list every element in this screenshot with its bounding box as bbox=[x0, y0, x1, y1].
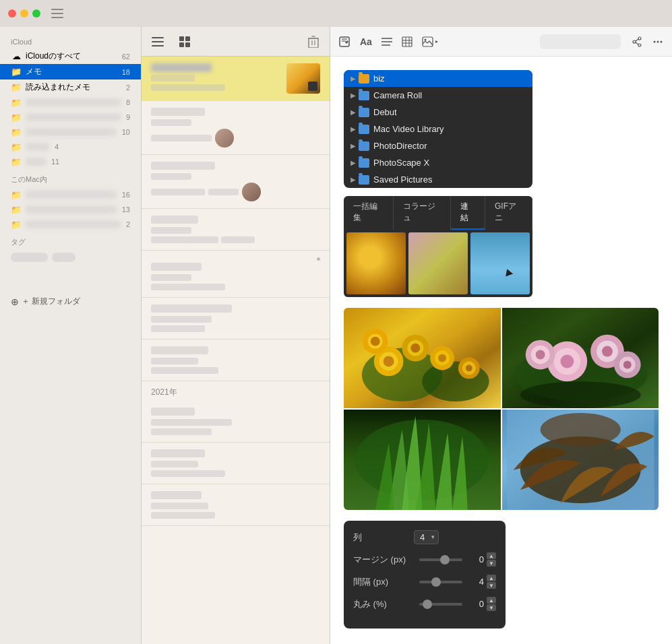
folder-icon-biz bbox=[359, 74, 369, 84]
note-meta-6 bbox=[151, 316, 212, 323]
folder-picker-item-biz[interactable]: ▶ biz bbox=[344, 70, 532, 87]
close-button[interactable] bbox=[8, 9, 16, 18]
grass-svg bbox=[344, 410, 501, 510]
margin-stepper-down[interactable]: ▼ bbox=[487, 560, 496, 567]
settings-row-round: 丸み (%) 0 ▲ ▼ bbox=[353, 597, 496, 611]
sidebar-blurred-item-3[interactable]: 📁 10 bbox=[0, 125, 141, 139]
minimize-button[interactable] bbox=[20, 9, 28, 18]
tags-row bbox=[0, 250, 141, 265]
round-stepper[interactable]: ▲ ▼ bbox=[487, 597, 496, 611]
note-meta-4 bbox=[151, 227, 191, 234]
sidebar-item-memo[interactable]: 📁 メモ 18 bbox=[0, 64, 141, 79]
folder-picker-item-mac-video[interactable]: ▶ Mac Video Library bbox=[344, 121, 532, 137]
folder-icon-blurred-4: 📁 bbox=[11, 141, 22, 152]
fullscreen-button[interactable] bbox=[32, 9, 40, 18]
note-item-2[interactable] bbox=[142, 101, 330, 155]
note-title-3 bbox=[151, 162, 215, 170]
sidebar-item-icloud-all[interactable]: ☁ iCloudのすべて 62 bbox=[0, 49, 141, 64]
gap-stepper-up[interactable]: ▲ bbox=[487, 575, 496, 581]
svg-point-26 bbox=[638, 37, 641, 40]
note-item-5[interactable] bbox=[142, 251, 330, 298]
svg-point-46 bbox=[466, 364, 472, 371]
sidebar-blurred-item-2[interactable]: 📁 9 bbox=[0, 110, 141, 125]
compose-button[interactable] bbox=[338, 36, 350, 48]
folder-picker-item-saved-pictures[interactable]: ▶ Saved Pictures bbox=[344, 171, 532, 188]
trash-button[interactable] bbox=[304, 32, 323, 51]
note-dot-5 bbox=[317, 257, 320, 261]
blurred-count-5: 11 bbox=[51, 158, 59, 166]
photo-thumb-3[interactable] bbox=[470, 232, 530, 294]
note-title-6 bbox=[151, 304, 232, 313]
margin-slider[interactable] bbox=[419, 558, 462, 561]
note-preview-6 bbox=[151, 325, 205, 332]
toggle-bar-3 bbox=[51, 17, 63, 18]
sidebar-mac-item-1[interactable]: 📁 16 bbox=[0, 187, 141, 202]
round-stepper-down[interactable]: ▼ bbox=[487, 604, 496, 611]
note-item-3[interactable] bbox=[142, 155, 330, 209]
grid-view-button[interactable] bbox=[175, 32, 194, 51]
gap-slider[interactable] bbox=[419, 581, 462, 583]
note-title-2021-2 bbox=[151, 449, 205, 457]
tab-connect[interactable]: 連結 bbox=[451, 196, 485, 230]
note-item-2021-1[interactable] bbox=[142, 401, 330, 443]
note-item-7[interactable] bbox=[142, 340, 330, 381]
note-item-6[interactable] bbox=[142, 298, 330, 340]
folder-picker-item-debut[interactable]: ▶ Debut bbox=[344, 104, 532, 121]
col-select-arrow: ▼ bbox=[430, 534, 435, 540]
chevron-saved-pictures: ▶ bbox=[350, 176, 356, 183]
note-item-1[interactable] bbox=[142, 57, 330, 101]
folder-icon-blurred-5: 📁 bbox=[11, 156, 22, 167]
svg-point-62 bbox=[623, 360, 631, 368]
new-folder-button[interactable]: ⊕ ＋ 新規フォルダ bbox=[0, 292, 141, 311]
tab-collage[interactable]: コラージュ bbox=[394, 196, 451, 230]
font-button[interactable]: Aa bbox=[360, 36, 372, 47]
round-slider[interactable] bbox=[419, 603, 462, 606]
note-item-2021-3[interactable] bbox=[142, 484, 330, 526]
mac-count-2: 13 bbox=[122, 205, 130, 214]
round-stepper-up[interactable]: ▲ bbox=[487, 597, 496, 604]
svg-point-53 bbox=[560, 355, 574, 368]
media-button[interactable] bbox=[422, 36, 439, 47]
folder-icon-blurred-3: 📁 bbox=[11, 127, 22, 137]
photo-thumb-2[interactable] bbox=[408, 232, 468, 294]
search-bar[interactable] bbox=[540, 34, 621, 49]
list-view-button[interactable] bbox=[148, 32, 167, 51]
gap-value-box: 4 ▲ ▼ bbox=[468, 575, 496, 589]
tag-pill-1[interactable] bbox=[11, 253, 48, 262]
sidebar-blurred-item-4[interactable]: 📁 4 bbox=[0, 139, 141, 154]
tab-gif[interactable]: GIFアニ bbox=[485, 196, 532, 230]
margin-stepper-up[interactable]: ▲ bbox=[487, 552, 496, 559]
gap-stepper-down[interactable]: ▼ bbox=[487, 582, 496, 589]
folder-icon-blurred-2: 📁 bbox=[11, 112, 22, 123]
note-preview-2021-1 bbox=[151, 428, 212, 435]
folder-picker-item-photodirector[interactable]: ▶ PhotoDirector bbox=[344, 137, 532, 154]
sidebar-blurred-item-1[interactable]: 📁 8 bbox=[0, 95, 141, 110]
note-title-1 bbox=[151, 63, 212, 72]
more-button[interactable] bbox=[652, 36, 664, 48]
sidebar-toggle-button[interactable] bbox=[51, 9, 63, 18]
note-item-4[interactable] bbox=[142, 209, 330, 251]
folder-label-biz: biz bbox=[373, 73, 385, 84]
photo-thumb-1[interactable] bbox=[346, 232, 406, 294]
blurred-count-1: 8 bbox=[126, 98, 130, 106]
gap-stepper[interactable]: ▲ ▼ bbox=[487, 575, 496, 589]
note-item-2021-2[interactable] bbox=[142, 443, 330, 484]
sidebar-mac-item-2[interactable]: 📁 13 bbox=[0, 202, 141, 217]
table-button[interactable] bbox=[402, 36, 413, 47]
col-select[interactable]: 4 ▼ bbox=[414, 530, 439, 544]
svg-point-40 bbox=[410, 344, 420, 353]
share-button[interactable] bbox=[630, 36, 642, 48]
tag-pill-2[interactable] bbox=[52, 253, 75, 262]
tab-batch-edit[interactable]: 一括編集 bbox=[344, 196, 394, 230]
sidebar-section-tags: タグ bbox=[0, 232, 141, 250]
note-preview-2021-3 bbox=[151, 512, 215, 519]
svg-point-25 bbox=[633, 40, 636, 43]
sidebar-item-imported[interactable]: 📁 読み込まれたメモ 2 bbox=[0, 79, 141, 95]
margin-stepper[interactable]: ▲ ▼ bbox=[487, 552, 496, 567]
folder-picker-item-photoscape[interactable]: ▶ PhotoScape X bbox=[344, 154, 532, 171]
sidebar-mac-item-3[interactable]: 📁 2 bbox=[0, 217, 141, 232]
note-meta-2021-2 bbox=[151, 461, 198, 468]
list-format-button[interactable] bbox=[381, 37, 392, 46]
sidebar-blurred-item-5[interactable]: 📁 11 bbox=[0, 154, 141, 169]
folder-picker-item-camera-roll[interactable]: ▶ Camera Roll bbox=[344, 87, 532, 104]
